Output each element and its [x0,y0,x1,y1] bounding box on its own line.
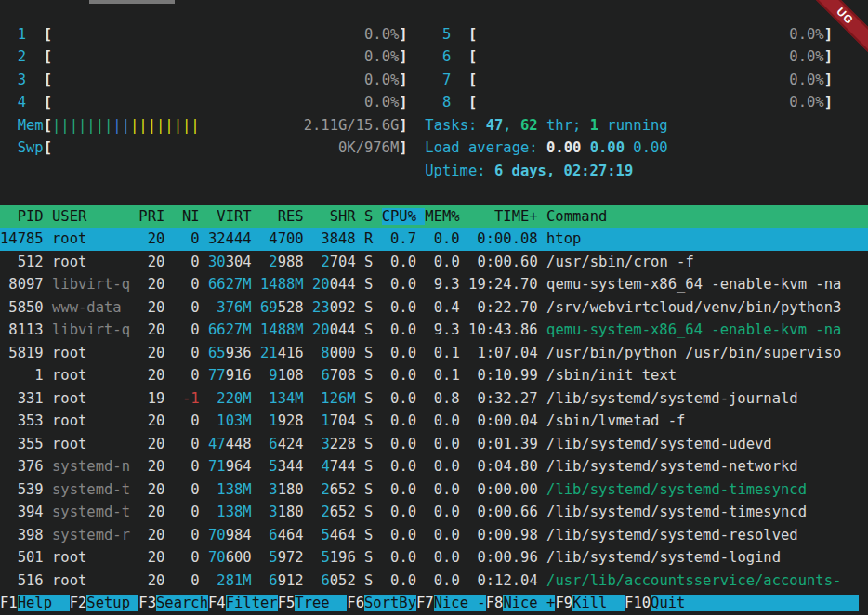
process-row-331[interactable]: 331 root 19 -1 220M 134M 126M S 0.0 0.8 … [0,387,868,411]
fkey-number: F9 [555,595,572,611]
cell-time: 0:10.99 [468,367,546,384]
cell-pri: 20 [138,481,173,498]
cell-cpu: 0.0 [382,390,426,407]
cell-pid: 5819 [0,345,52,361]
cell-pid: 376 [0,458,52,475]
column-header-ni[interactable]: NI [174,208,208,225]
cpu-meter-value: 0.0% [477,26,823,43]
cell-pri: 20 [138,504,173,520]
process-row-355[interactable]: 355 root 20 0 47448 6424 3228 S 0.0 0.0 … [0,433,868,456]
column-header-shr[interactable]: SHR [312,208,364,225]
meter-open-bracket: [ [44,26,52,43]
cell-state: S [364,549,382,566]
cell-time: 0:12.04 [468,572,546,589]
cell-cpu: 0.0 [382,481,426,498]
process-row-5850[interactable]: 5850 www-data 20 0 376M 69528 23092 S 0.… [0,296,868,320]
process-row-353[interactable]: 353 root 20 0 103M 1928 1704 S 0.0 0.0 0… [0,410,868,433]
cell-user: root [52,367,138,384]
fkey-f5-tree[interactable]: F5Tree [278,595,348,611]
process-row-8097[interactable]: 8097 libvirt-q 20 0 6627M 1488M 20044 S … [0,273,868,296]
process-row-512[interactable]: 512 root 20 0 30304 2988 2704 S 0.0 0.0 … [0,251,868,274]
fkey-f1-help[interactable]: F1Help [0,595,70,611]
cell-cpu: 0.0 [382,276,426,293]
cell-pri: 20 [138,254,173,270]
terminal-screen: 1 [ 0.0%] 5 [ 0.0%] 2 [ 0.0%] 6 [ 0.0%] … [0,0,868,615]
process-row-394[interactable]: 394 systemd-t 20 0 138M 3180 2652 S 0.0 … [0,501,868,524]
process-row-14785[interactable]: 14785 root 20 0 32444 4700 3848 R 0.7 0.… [0,228,868,251]
uptime-row: Uptime: 6 days, 02:27:19 [0,160,868,183]
cell-command: /lib/systemd/systemd-networkd [546,458,798,475]
cell-user: systemd-r [52,527,138,543]
fkey-f9-kill[interactable]: F9Kill [555,595,625,611]
meter-open-bracket: [ [44,94,52,111]
cell-time: 0:01.39 [468,436,546,452]
column-header-time[interactable]: TIME+ [468,208,546,225]
fkey-f10-quit[interactable]: F10Quit [625,595,859,611]
fkey-number: F8 [486,595,504,611]
swp-meter-value: 0K/976M [52,139,399,156]
process-row-1[interactable]: 1 root 20 0 77916 9108 6708 S 0.0 0.1 0:… [0,364,868,387]
cell-state: S [364,345,382,361]
cell-ni: 0 [174,230,208,247]
cell-pid: 1 [0,367,52,384]
cell-ni: 0 [174,504,208,520]
process-row-5819[interactable]: 5819 root 20 0 65936 21416 8000 S 0.0 0.… [0,342,868,365]
fkey-f7-nice[interactable]: F7Nice - [416,595,486,611]
column-header-res[interactable]: RES [260,208,312,225]
load-5min: 0.00 [590,139,625,156]
meter-open-bracket: [ [44,48,52,65]
cell-pri: 20 [138,230,173,247]
cell-command: /lib/systemd/systemd-logind [546,549,781,566]
fkey-label: Tree [295,595,347,611]
cell-pid: 394 [0,504,52,520]
cell-cpu: 0.0 [382,345,426,361]
load-average-label: Load average: [425,139,546,156]
fkey-f2-setup[interactable]: F2Setup [70,595,139,611]
cell-state: S [364,367,382,384]
cell-state: S [364,276,382,293]
fkey-number: F7 [416,595,434,611]
fkey-f4-filter[interactable]: F4Filter [208,595,278,611]
cell-ni: 0 [174,481,208,498]
column-header-virt[interactable]: VIRT [208,208,260,225]
process-row-501[interactable]: 501 root 20 0 70600 5972 5196 S 0.0 0.0 … [0,546,868,569]
cell-command: /usr/bin/python /usr/bin/superviso [546,345,841,361]
fkey-number: F3 [138,595,156,611]
process-row-516[interactable]: 516 root 20 0 281M 6912 6052 S 0.0 0.0 0… [0,569,868,593]
column-header-cpu[interactable]: CPU% [382,208,426,225]
process-row-8113[interactable]: 8113 libvirt-q 20 0 6627M 1488M 20044 S … [0,319,868,342]
fkey-f8-nice[interactable]: F8Nice + [486,595,556,611]
meter-open-bracket: [ [44,139,52,156]
cell-cpu: 0.7 [382,230,426,247]
fkey-label: Kill [572,595,625,611]
cell-time: 0:04.80 [468,458,546,475]
process-row-398[interactable]: 398 systemd-r 20 0 70984 6464 5464 S 0.0… [0,524,868,547]
cell-ni: 0 [174,276,208,293]
threads-count: 62 [520,117,538,134]
fkey-f6-sortby[interactable]: F6SortBy [347,595,416,611]
cell-command: /lib/systemd/systemd-udevd [546,436,772,452]
column-header-pri[interactable]: PRI [138,208,173,225]
column-header-pid[interactable]: PID [0,208,52,225]
cell-pri: 20 [138,321,173,338]
column-header-mem[interactable]: MEM% [425,208,468,225]
column-header-s[interactable]: S [364,208,382,225]
running-count: 1 [590,117,598,134]
cell-ni: 0 [174,527,208,543]
cpu-meter-value: 0.0% [52,26,399,43]
cell-ni: 0 [174,367,208,384]
process-row-539[interactable]: 539 systemd-t 20 0 138M 3180 2652 S 0.0 … [0,478,868,502]
fkey-f3-search[interactable]: F3Search [138,595,208,611]
cell-mem: 0.1 [425,367,468,384]
column-header-command[interactable]: Command [546,208,607,225]
fkey-number: F5 [278,595,296,611]
load-1min: 0.00 [546,139,581,156]
process-row-376[interactable]: 376 systemd-n 20 0 71964 5344 4744 S 0.0… [0,455,868,478]
mem-meter-row: Mem[||||||||||||||||| 2.11G/15.6G] Tasks… [0,114,868,137]
fkey-number: F4 [208,595,226,611]
cpu-meter-row: 1 [ 0.0%] 5 [ 0.0%] [0,23,868,46]
column-header-user[interactable]: USER [52,208,138,225]
cpu-meter-value: 0.0% [477,48,823,65]
meter-close-bracket: ] [824,94,833,111]
meter-close-bracket: ] [399,139,407,156]
